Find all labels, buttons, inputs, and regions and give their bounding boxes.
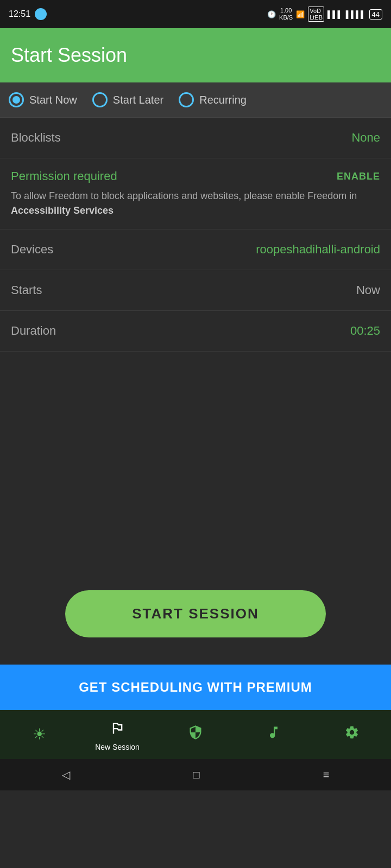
settings-icon	[344, 725, 360, 744]
blocklist-icon	[188, 725, 203, 744]
permission-enable-button[interactable]: ENABLE	[337, 171, 380, 182]
premium-banner[interactable]: GET SCHEDULING WITH PREMIUM	[0, 665, 391, 710]
duration-row[interactable]: Duration 00:25	[0, 311, 391, 352]
content-area	[0, 352, 391, 569]
devices-value: roopeshadihalli-android	[256, 242, 380, 257]
menu-button[interactable]: ≡	[323, 769, 330, 781]
radio-circle-start-later	[92, 92, 108, 107]
duration-value: 00:25	[350, 324, 380, 338]
starts-value: Now	[356, 283, 380, 297]
permission-title: Permission required	[11, 169, 117, 183]
bottom-nav: ☀ New Session	[0, 710, 391, 759]
sounds-icon	[266, 725, 281, 744]
radio-circle-recurring	[179, 92, 194, 107]
alarm-icon: 🕐	[267, 10, 276, 18]
nav-item-settings[interactable]	[313, 725, 391, 747]
focus-icon: ☀	[33, 725, 46, 743]
blocklists-value: None	[351, 131, 380, 145]
wifi-icon: 📶	[296, 10, 305, 18]
accessibility-services-text: Accessibility Services	[11, 205, 113, 216]
devices-row[interactable]: Devices roopeshadihalli-android	[0, 229, 391, 270]
radio-label-start-now: Start Now	[29, 94, 77, 106]
permission-header: Permission required ENABLE	[11, 169, 380, 183]
battery-icon: 44	[369, 9, 382, 20]
status-app-icon	[35, 8, 47, 20]
devices-label: Devices	[11, 242, 53, 257]
blocklists-row[interactable]: Blocklists None	[0, 118, 391, 158]
radio-option-start-later[interactable]: Start Later	[92, 92, 163, 107]
nav-item-focus[interactable]: ☀	[0, 725, 78, 746]
premium-text: GET SCHEDULING WITH PREMIUM	[79, 680, 312, 694]
start-session-container: START SESSION	[0, 569, 391, 665]
blocklists-label: Blocklists	[11, 131, 61, 145]
signal2-icon: ▌▌▌▌	[346, 10, 366, 18]
nav-item-blocklist[interactable]	[156, 725, 235, 747]
time-display: 12:51	[9, 9, 30, 19]
permission-row: Permission required ENABLE To allow Free…	[0, 158, 391, 229]
header: Start Session	[0, 28, 391, 82]
data-speed-label: 1.00KB/S	[279, 7, 293, 21]
signal1-icon: ▌▌▌	[327, 10, 343, 18]
nav-item-new-session[interactable]: New Session	[78, 720, 156, 751]
new-session-icon	[110, 720, 125, 739]
radio-option-start-now[interactable]: Start Now	[9, 92, 77, 107]
settings-section: Blocklists None Permission required ENAB…	[0, 118, 391, 352]
starts-label: Starts	[11, 283, 42, 297]
status-bar: 12:51 🕐 1.00KB/S 📶 VoDLtEB ▌▌▌ ▌▌▌▌ 44	[0, 0, 391, 28]
new-session-label: New Session	[95, 743, 140, 751]
radio-label-recurring: Recurring	[199, 94, 247, 106]
page-title: Start Session	[11, 44, 127, 67]
radio-label-start-later: Start Later	[113, 94, 163, 106]
system-navigation: ◁ □ ≡	[0, 759, 391, 790]
volte-icon: VoDLtEB	[308, 7, 324, 22]
permission-body-text: To allow Freedom to block applications a…	[11, 190, 357, 201]
home-button[interactable]: □	[193, 769, 200, 781]
duration-label: Duration	[11, 324, 56, 338]
start-session-button[interactable]: START SESSION	[65, 590, 326, 637]
radio-option-recurring[interactable]: Recurring	[179, 92, 247, 107]
nav-item-sounds[interactable]	[235, 725, 313, 747]
back-button[interactable]: ◁	[62, 768, 70, 781]
radio-circle-start-now	[9, 92, 24, 107]
radio-tabs: Start Now Start Later Recurring	[0, 82, 391, 118]
starts-row[interactable]: Starts Now	[0, 270, 391, 311]
permission-body: To allow Freedom to block applications a…	[11, 189, 380, 218]
